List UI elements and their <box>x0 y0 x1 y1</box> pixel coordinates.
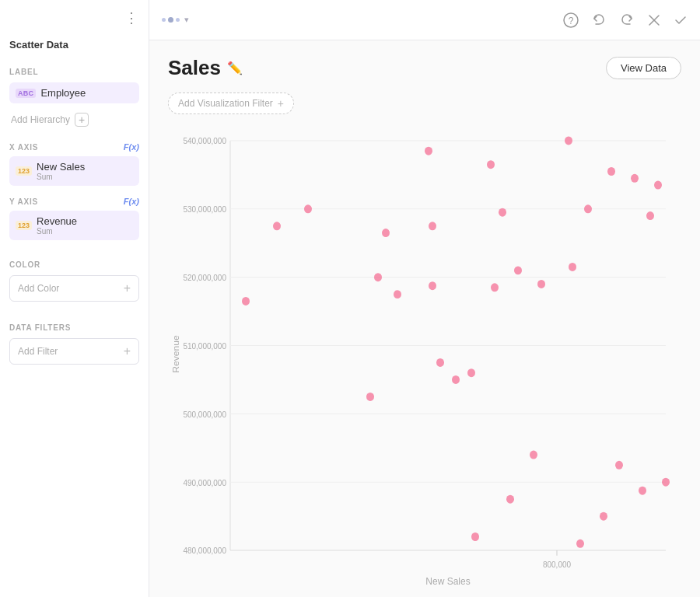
dot <box>565 136 572 145</box>
dot <box>576 539 584 548</box>
main-content: ▾ ? <box>149 0 700 597</box>
svg-text:540,000,000: 540,000,000 <box>183 136 226 146</box>
dot <box>394 290 401 298</box>
dot <box>530 451 537 459</box>
x-axis-fx-badge[interactable]: F(x) <box>124 142 139 152</box>
add-viz-filter-label: Add Visualization Filter <box>178 98 273 109</box>
logo-icon: ▾ <box>162 15 189 25</box>
data-filters-title: DATA FILTERS <box>9 323 139 332</box>
dot <box>491 283 499 292</box>
dot <box>382 229 390 237</box>
y-axis-name: Revenue <box>37 215 77 227</box>
add-filter-plus-icon: + <box>124 344 131 358</box>
toolbar-left: ▾ <box>162 15 189 25</box>
add-color-plus-icon: + <box>124 281 131 295</box>
color-section-title: COLOR <box>9 260 139 269</box>
x-axis-sub: Sum <box>37 173 85 181</box>
dot <box>273 222 281 230</box>
chart-title-row: Sales ✏️ <box>168 56 243 80</box>
svg-text:New Sales: New Sales <box>425 575 470 585</box>
x-axis-row: X AXIS F(x) <box>9 142 139 152</box>
svg-text:490,000,000: 490,000,000 <box>183 477 226 487</box>
dot <box>242 297 250 305</box>
close-icon[interactable] <box>647 13 661 27</box>
dot <box>366 393 374 401</box>
sidebar: ⋮ Scatter Data LABEL ABC Employee Add Hi… <box>0 0 149 597</box>
dot <box>304 204 312 213</box>
dot <box>425 147 432 155</box>
scatter-svg: Revenue 540,000,000 530,000,000 520,000,… <box>168 124 681 585</box>
add-hierarchy-plus-icon[interactable]: + <box>75 113 89 127</box>
y-axis-section-title: Y AXIS <box>9 197 38 206</box>
data-filters-section: DATA FILTERS Add Filter + <box>9 317 139 377</box>
y-axis-chip-content: Revenue Sum <box>37 215 77 236</box>
dot <box>499 208 506 217</box>
dot <box>487 160 495 169</box>
add-color-label: Add Color <box>18 283 59 294</box>
chart-title: Sales <box>168 56 221 80</box>
chart-area: Sales ✏️ View Data Add Visualization Fil… <box>149 40 700 597</box>
dot <box>584 204 592 213</box>
dot <box>374 273 382 281</box>
help-icon[interactable]: ? <box>563 12 579 28</box>
add-filter-button[interactable]: Add Filter + <box>9 338 139 365</box>
svg-text:480,000,000: 480,000,000 <box>183 546 226 556</box>
x-axis-chip-content: New Sales Sum <box>37 161 85 181</box>
dot <box>452 375 460 384</box>
svg-text:800,000: 800,000 <box>543 560 571 570</box>
filter-bar: Add Visualization Filter + <box>168 93 681 114</box>
svg-text:530,000,000: 530,000,000 <box>183 204 226 215</box>
more-icon[interactable]: ⋮ <box>124 9 139 26</box>
dot <box>615 461 623 470</box>
svg-text:?: ? <box>569 16 574 26</box>
dot <box>607 167 615 176</box>
dot <box>537 280 545 288</box>
toolbar: ▾ ? <box>149 0 700 40</box>
redo-icon[interactable] <box>619 12 635 28</box>
x-axis-new-sales-chip[interactable]: 123 New Sales Sum <box>9 156 139 186</box>
sidebar-more-menu[interactable]: ⋮ <box>9 9 139 26</box>
confirm-icon[interactable] <box>674 13 688 27</box>
undo-icon[interactable] <box>591 12 607 28</box>
dot <box>514 266 522 274</box>
dot <box>467 368 475 377</box>
y-axis-revenue-chip[interactable]: 123 Revenue Sum <box>9 211 139 240</box>
x-axis-name: New Sales <box>37 161 85 173</box>
view-data-button[interactable]: View Data <box>606 57 681 79</box>
svg-text:Revenue: Revenue <box>171 335 180 372</box>
dot <box>600 512 607 521</box>
x-axis-section-title: X AXIS <box>9 143 38 152</box>
add-viz-filter-plus-icon: + <box>278 97 284 110</box>
edit-title-icon[interactable]: ✏️ <box>227 61 243 75</box>
add-visualization-filter-button[interactable]: Add Visualization Filter + <box>168 93 294 114</box>
add-hierarchy-label: Add Hierarchy <box>11 114 70 125</box>
svg-text:520,000,000: 520,000,000 <box>183 273 226 283</box>
add-color-button[interactable]: Add Color + <box>9 275 139 302</box>
dot <box>429 281 436 290</box>
abc-badge: ABC <box>16 89 36 98</box>
svg-text:500,000,000: 500,000,000 <box>183 409 226 419</box>
dot <box>639 487 646 495</box>
employee-label: Employee <box>40 87 86 99</box>
dot <box>569 263 576 271</box>
dot <box>631 174 639 183</box>
y-axis-fx-badge[interactable]: F(x) <box>124 197 139 206</box>
color-section: COLOR Add Color + <box>9 254 139 314</box>
y-axis-sub: Sum <box>37 227 77 236</box>
add-hierarchy-button[interactable]: Add Hierarchy + <box>9 110 139 130</box>
dot <box>506 495 514 504</box>
label-employee-chip[interactable]: ABC Employee <box>9 82 139 103</box>
x-axis-num-badge: 123 <box>16 166 32 176</box>
y-axis-num-badge: 123 <box>16 221 32 230</box>
add-filter-label: Add Filter <box>18 346 58 357</box>
dot <box>471 532 479 541</box>
dot <box>436 358 444 367</box>
scatter-data-title: Scatter Data <box>9 39 139 51</box>
dot <box>429 222 436 230</box>
label-section-title: LABEL <box>9 68 139 76</box>
scatter-plot: Revenue 540,000,000 530,000,000 520,000,… <box>168 124 681 585</box>
y-axis-row: Y AXIS F(x) <box>9 197 139 206</box>
toolbar-right: ? <box>563 12 688 28</box>
dot <box>654 181 662 190</box>
dot <box>662 478 670 487</box>
